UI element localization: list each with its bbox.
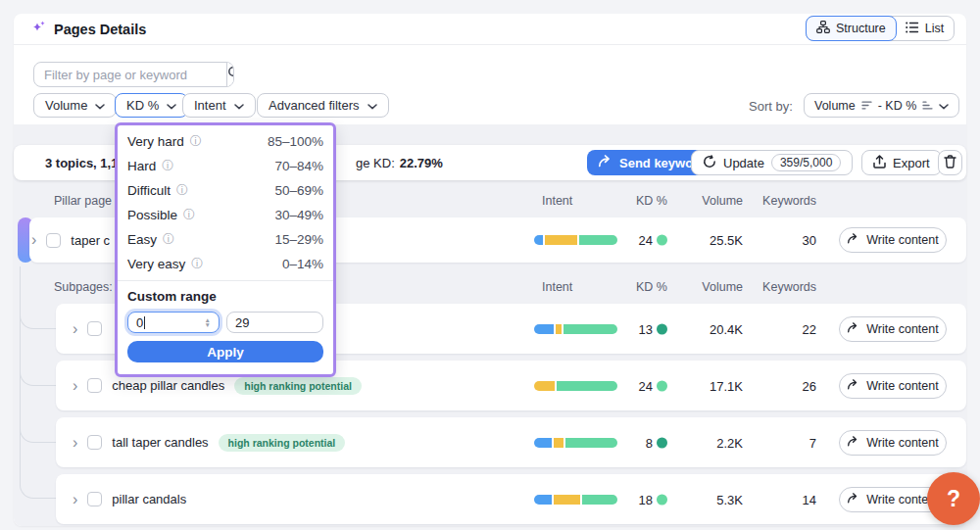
info-icon: ⓘ bbox=[191, 256, 203, 272]
intent-filter-button[interactable]: Intent bbox=[182, 93, 256, 118]
dropdown-divider bbox=[118, 280, 333, 281]
curved-arrow-icon bbox=[598, 155, 612, 170]
kd-max-value: 29 bbox=[235, 315, 249, 330]
intent-bar bbox=[534, 438, 617, 448]
search-field bbox=[33, 62, 234, 87]
volume-value: 20.4K bbox=[686, 321, 743, 336]
kd-dot bbox=[657, 380, 667, 391]
kd-max-input[interactable]: 29 bbox=[226, 312, 323, 333]
row-checkbox[interactable] bbox=[87, 378, 102, 393]
kd-option-label: Possible bbox=[127, 208, 177, 222]
delete-button[interactable] bbox=[938, 150, 962, 175]
keywords-value: 30 bbox=[755, 233, 816, 248]
kd-value: 13 bbox=[615, 321, 653, 336]
volume-column-header: Volume bbox=[686, 280, 743, 294]
apply-button[interactable]: Apply bbox=[127, 341, 323, 362]
write-content-button[interactable]: Write content bbox=[839, 227, 947, 253]
intent-bar bbox=[534, 324, 617, 334]
chevron-down-icon bbox=[167, 98, 176, 113]
text-caret bbox=[144, 316, 145, 329]
write-content-label: Write content bbox=[866, 379, 938, 393]
volume-filter-button[interactable]: Volume bbox=[33, 93, 117, 118]
org-chart-icon bbox=[816, 21, 830, 36]
kd-option-very-hard[interactable]: Very hardⓘ 85–100% bbox=[127, 129, 323, 154]
chevron-down-icon bbox=[368, 98, 377, 113]
structure-view-button[interactable]: Structure bbox=[806, 16, 897, 41]
info-icon: ⓘ bbox=[190, 133, 202, 150]
keywords-value: 7 bbox=[755, 435, 816, 450]
update-button[interactable]: Update 359/5,000 bbox=[691, 150, 853, 175]
kd-option-possible[interactable]: Possibleⓘ 30–49% bbox=[127, 203, 323, 227]
number-stepper[interactable]: ▲▼ bbox=[205, 317, 211, 327]
sort-by-label: Sort by: bbox=[749, 99, 793, 114]
export-button[interactable]: Export bbox=[861, 150, 942, 175]
kd-option-range: 30–49% bbox=[274, 208, 323, 222]
subpage-row-card[interactable] bbox=[56, 474, 966, 524]
intent-column-header: Intent bbox=[542, 280, 572, 294]
chevron-right-icon[interactable]: › bbox=[31, 232, 36, 248]
page-title: Pages Details bbox=[31, 20, 146, 38]
chevron-down-icon bbox=[95, 98, 105, 113]
sparkles-icon bbox=[31, 20, 47, 38]
kd-min-input[interactable]: 0 ▲▼ bbox=[127, 312, 220, 333]
kd-value: 8 bbox=[615, 435, 653, 450]
kd-option-hard[interactable]: Hardⓘ 70–84% bbox=[127, 154, 323, 178]
chevron-right-icon[interactable]: › bbox=[73, 492, 77, 507]
average-kd: ge KD: 22.79% bbox=[356, 156, 443, 170]
average-kd-label: ge KD: bbox=[356, 156, 395, 170]
volume-value: 25.5K bbox=[686, 233, 743, 248]
kd-filter-button[interactable]: KD % bbox=[115, 93, 188, 118]
pillar-row-title: taper c bbox=[71, 233, 110, 248]
search-icon bbox=[227, 66, 234, 83]
volume-value: 5.3K bbox=[686, 492, 743, 506]
intent-filter-label: Intent bbox=[194, 98, 226, 113]
keywords-value: 14 bbox=[755, 492, 816, 506]
intent-bar bbox=[534, 235, 617, 245]
kd-option-range: 0–14% bbox=[282, 257, 323, 271]
kd-option-easy[interactable]: Easyⓘ 15–29% bbox=[127, 227, 323, 252]
volume-value: 17.1K bbox=[686, 378, 743, 393]
write-content-button[interactable]: Write content bbox=[839, 373, 947, 399]
ranking-potential-badge: high ranking potential bbox=[219, 434, 346, 452]
chevron-down-icon bbox=[234, 98, 244, 113]
search-button[interactable] bbox=[226, 63, 234, 86]
kd-option-very-easy[interactable]: Very easyⓘ 0–14% bbox=[127, 252, 323, 276]
kd-option-label: Easy bbox=[127, 232, 157, 247]
row-checkbox[interactable] bbox=[87, 492, 102, 506]
row-checkbox[interactable] bbox=[87, 321, 102, 336]
sort-field-1: Volume bbox=[814, 99, 856, 113]
subpage-row: › tall taper candles high ranking potent… bbox=[0, 417, 980, 467]
kd-option-difficult[interactable]: Difficultⓘ 50–69% bbox=[127, 178, 323, 203]
kd-column-header: KD % bbox=[636, 280, 667, 294]
kd-option-label: Difficult bbox=[127, 183, 171, 198]
curved-arrow-icon bbox=[847, 322, 859, 336]
advanced-filters-button[interactable]: Advanced filters bbox=[257, 93, 389, 118]
write-content-button[interactable]: Write content bbox=[839, 430, 947, 456]
chevron-right-icon[interactable]: › bbox=[73, 378, 77, 394]
list-view-button[interactable]: List bbox=[896, 17, 954, 40]
export-label: Export bbox=[893, 156, 930, 170]
row-checkbox[interactable] bbox=[87, 435, 102, 450]
sort-by-dropdown[interactable]: Volume - KD % bbox=[804, 93, 959, 118]
question-mark-icon: ? bbox=[947, 486, 960, 512]
curved-arrow-icon bbox=[847, 436, 859, 450]
keywords-value: 26 bbox=[755, 378, 816, 393]
curved-arrow-icon bbox=[847, 379, 859, 393]
kd-value: 18 bbox=[615, 492, 653, 506]
kd-filter-dropdown-panel: Very hardⓘ 85–100% Hardⓘ 70–84% Difficul… bbox=[115, 122, 336, 377]
write-content-label: Write content bbox=[866, 233, 938, 247]
info-icon: ⓘ bbox=[163, 231, 174, 248]
intent-bar bbox=[534, 381, 617, 391]
write-content-button[interactable]: Write content bbox=[839, 316, 947, 342]
help-button[interactable]: ? bbox=[927, 472, 980, 525]
volume-value: 2.2K bbox=[686, 435, 743, 450]
chevron-right-icon[interactable]: › bbox=[73, 435, 77, 451]
chevron-right-icon[interactable]: › bbox=[73, 321, 77, 337]
update-label: Update bbox=[723, 156, 764, 170]
keywords-column-header: Keywords bbox=[755, 194, 816, 208]
structure-label: Structure bbox=[836, 22, 886, 35]
search-input[interactable] bbox=[34, 63, 226, 86]
upload-icon bbox=[873, 155, 886, 171]
row-checkbox[interactable] bbox=[46, 233, 61, 248]
subpage-row-title: tall taper candles bbox=[112, 435, 208, 450]
